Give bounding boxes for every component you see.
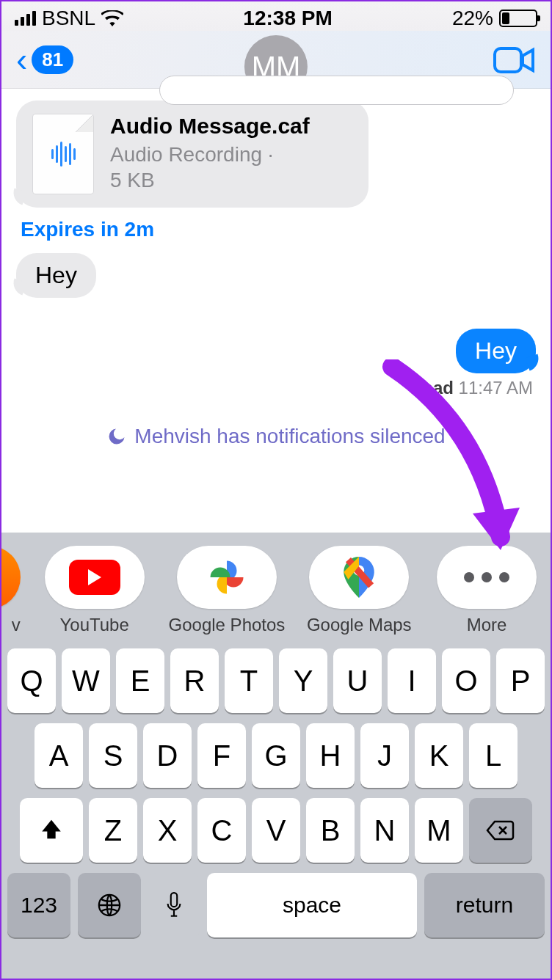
google-photos-icon (207, 557, 247, 597)
key-d[interactable]: D (143, 723, 192, 788)
clock-label: 12:38 PM (243, 7, 332, 30)
key-m[interactable]: M (415, 798, 463, 863)
key-i[interactable]: I (388, 648, 436, 713)
app-label: YouTube (59, 615, 128, 635)
key-a[interactable]: A (34, 723, 83, 788)
key-e[interactable]: E (116, 648, 164, 713)
battery-pct: 22% (452, 7, 493, 30)
app-label: Google Maps (307, 615, 412, 635)
outgoing-text: Hey (475, 337, 517, 364)
key-b[interactable]: B (306, 798, 355, 863)
battery-icon (499, 10, 537, 27)
unread-badge: 81 (32, 45, 73, 74)
key-n[interactable]: N (360, 798, 409, 863)
facetime-button[interactable] (493, 45, 536, 78)
app-google-maps[interactable]: Google Maps (305, 546, 413, 635)
more-icon (464, 572, 509, 582)
key-f[interactable]: F (197, 723, 246, 788)
shift-icon (39, 818, 64, 843)
key-z[interactable]: Z (89, 798, 137, 863)
video-icon (493, 45, 536, 75)
app-youtube[interactable]: YouTube (41, 546, 148, 635)
key-dictation[interactable] (148, 873, 200, 937)
key-y[interactable]: Y (279, 648, 327, 713)
audio-file-icon (32, 114, 94, 194)
incoming-bubble[interactable]: Hey (16, 253, 96, 298)
app-label: More (467, 615, 507, 635)
outgoing-bubble[interactable]: Hey (456, 329, 536, 373)
key-globe[interactable] (78, 873, 141, 937)
key-r[interactable]: R (170, 648, 219, 713)
app-partial[interactable]: v (1, 546, 21, 635)
read-receipt: Read 11:47 AM (16, 378, 536, 398)
focus-status: Mehvish has notifications silenced (16, 425, 536, 448)
app-label: Google Photos (169, 615, 286, 635)
moon-icon (106, 426, 127, 447)
conversation-view: Audio Message.caf Audio Recording · 5 KB… (1, 89, 551, 463)
key-p[interactable]: P (496, 648, 545, 713)
key-numbers[interactable]: 123 (7, 873, 70, 937)
key-j[interactable]: J (360, 723, 409, 788)
file-subtitle: Audio Recording · 5 KB (110, 142, 286, 193)
incoming-text: Hey (35, 262, 77, 288)
back-button[interactable]: ‹ 81 (16, 45, 73, 74)
carrier-label: BSNL (42, 7, 95, 30)
message-input[interactable] (159, 76, 514, 105)
key-h[interactable]: H (306, 723, 355, 788)
key-x[interactable]: X (143, 798, 192, 863)
wifi-icon (101, 10, 123, 26)
key-shift[interactable] (20, 798, 83, 863)
key-s[interactable]: S (89, 723, 137, 788)
key-k[interactable]: K (415, 723, 463, 788)
google-maps-icon (344, 557, 374, 598)
expire-label: Expires in 2m (21, 218, 536, 241)
app-more[interactable]: More (433, 546, 540, 635)
key-backspace[interactable] (469, 798, 532, 863)
youtube-icon (69, 560, 120, 595)
key-t[interactable]: T (225, 648, 273, 713)
svg-rect-3 (171, 893, 177, 907)
svg-rect-0 (495, 48, 521, 72)
backspace-icon (486, 819, 515, 841)
mic-icon (164, 891, 184, 919)
keyboard-area: v YouTube Google Photos Google Maps More… (1, 533, 551, 979)
key-w[interactable]: W (62, 648, 110, 713)
key-u[interactable]: U (333, 648, 382, 713)
signal-icon (15, 11, 36, 26)
key-o[interactable]: O (442, 648, 490, 713)
file-title: Audio Message.caf (110, 114, 310, 139)
chevron-left-icon: ‹ (16, 51, 27, 68)
key-return[interactable]: return (424, 873, 545, 937)
key-space[interactable]: space (207, 873, 417, 937)
keyboard: Q W E R T Y U I O P A S D F G H J K L Z (1, 641, 551, 954)
key-g[interactable]: G (252, 723, 300, 788)
key-c[interactable]: C (197, 798, 246, 863)
key-v[interactable]: V (252, 798, 300, 863)
audio-message-bubble[interactable]: Audio Message.caf Audio Recording · 5 KB (16, 100, 368, 208)
key-q[interactable]: Q (7, 648, 56, 713)
status-bar: BSNL 12:38 PM 22% (1, 1, 551, 31)
imessage-apps-row[interactable]: v YouTube Google Photos Google Maps More (1, 533, 551, 641)
app-google-photos[interactable]: Google Photos (169, 546, 286, 635)
key-l[interactable]: L (469, 723, 518, 788)
globe-icon (97, 893, 122, 918)
